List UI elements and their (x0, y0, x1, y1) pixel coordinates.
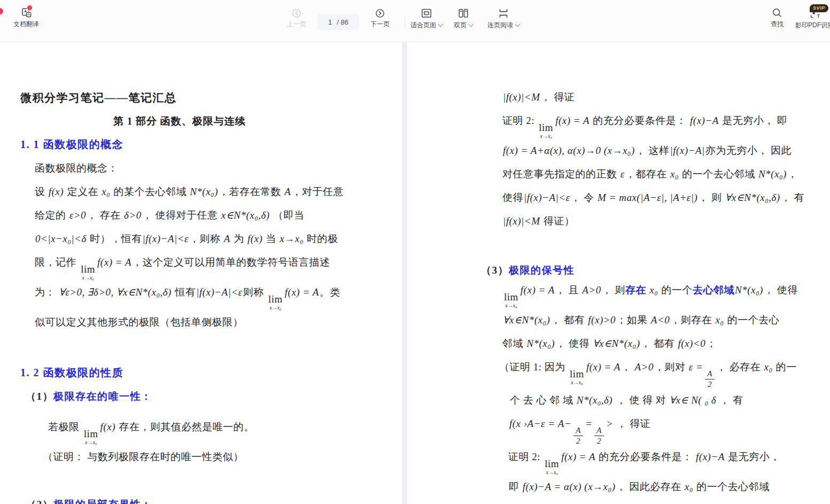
math-expression: f(x) = A (284, 286, 320, 298)
doc-text: ， 存在 (87, 210, 123, 221)
toolbar-divider (405, 16, 405, 29)
highlighted-term: 极限存在的唯一性： (53, 391, 152, 402)
doc-line: N*(x₀,δ)， 使得 f(x) = A+α(x) (x→x₀)， 由于 A>… (509, 499, 830, 504)
doc-text: 的一个去心 (725, 314, 780, 325)
left-page-content: 微积分学习笔记——笔记汇总第 1 部分 函数、极限与连续1. 1 函数极限的概念… (0, 42, 402, 504)
find-button[interactable]: 查找 (767, 7, 787, 28)
svg-text:T: T (817, 13, 820, 19)
right-page-content: |f(x)|<M， 得证证明 2: limx→x₀f(x) = A 的充分必要条… (407, 42, 830, 504)
math-expression: ∀ε>0, ∃δ>0, ∀x∈N*(x₀,δ) (58, 286, 172, 298)
doc-text: （1） (26, 391, 53, 402)
doc-text: 似可以定义其他形式的极限（包括单侧极限） (35, 316, 243, 328)
math-expression: x₀ (649, 284, 658, 296)
doc-text: 为 (231, 233, 247, 244)
svg-text:中: 中 (27, 13, 30, 17)
doc-line: limx→x₀f(x) = A， 且 A>0， 则存在 x₀ 的一个去心邻域N*… (502, 278, 830, 308)
edge-notification-dot (0, 8, 3, 14)
limit-notation: limx→x₀ (84, 429, 98, 445)
notification-dot (27, 5, 33, 11)
doc-text: ，则称 (189, 233, 223, 244)
highlighted-term: 极限的保号性 (509, 265, 575, 276)
doc-line: 证明 2: limx→x₀f(x) = A 的充分必要条件是： f(x)−A 是… (508, 445, 830, 475)
two-page-button[interactable]: 双页 (449, 7, 477, 29)
lim-word: lim (545, 459, 559, 469)
math-expression: f(x) = A+α(x), α(x)→0 (x→x₀) (502, 145, 635, 156)
chevron-down-icon (515, 22, 521, 27)
lim-subscript: x→x₀ (546, 470, 558, 475)
doc-text: 即 (509, 481, 522, 492)
math-expression: x₀ (684, 481, 694, 492)
math-expression: f(x) = A (555, 115, 590, 126)
fit-page-button[interactable]: 适合页面 (408, 7, 445, 29)
highlighted-term: 去心邻域 (693, 284, 734, 296)
ocr-label: 影印PDF识别 (795, 21, 830, 29)
doc-line: 0<|x−x₀|<δ 时），恒有|f(x)−A|<ε，则称 A 为 f(x) 当… (35, 227, 402, 251)
math-expression: ε = (688, 361, 704, 373)
doc-text: 时），恒有 (87, 233, 142, 244)
math-expression: |f(x)−A|<ε (196, 286, 243, 298)
math-expression: x₀ (715, 314, 724, 325)
fraction-numerator: A (594, 427, 604, 436)
doc-text: 的充分必要条件是： (590, 115, 689, 126)
fraction-numerator: A (705, 370, 715, 379)
highlighted-term: 极限的局部有界性： (53, 499, 152, 504)
math-expression: f(x)−A = α(x) (x→x₀) (522, 481, 616, 492)
doc-h2: （2）极限的局部有界性： (26, 497, 402, 504)
highlighted-term: 存在 (625, 284, 646, 296)
doc-line: 限，记作 limx→x₀f(x) = A，这个定义可以用简单的数学符号语言描述 (35, 251, 402, 281)
doc-text: 限，记作 (35, 257, 79, 268)
lim-word: lim (539, 122, 553, 133)
math-expression: A (223, 233, 231, 244)
lim-word: lim (81, 264, 95, 274)
doc-subtitle: 第 1 部分 函数、极限与连续 (113, 114, 402, 129)
doc-text: 。类 (320, 286, 340, 298)
limit-notation: limx→x₀ (570, 369, 584, 385)
two-page-icon (457, 7, 469, 19)
math-expression: ∀x∈N*(x₀) (502, 314, 550, 325)
continuous-read-button[interactable]: 连页阅读 (483, 7, 524, 29)
math-expression: x₀ (670, 168, 679, 180)
doc-text: ， (787, 168, 798, 180)
limit-notation: limx→x₀ (268, 294, 283, 311)
doc-text: ， 因此必存在 (616, 481, 684, 492)
doc-text: 的充分必要条件是： (596, 451, 695, 462)
doc-text: 的一个 (658, 284, 693, 296)
doc-translate-button[interactable]: 中 文档翻译 (12, 7, 41, 28)
doc-line: 邻域 N*(x₀)， 使得 ∀x∈N*(x₀)， 都有 f(x)<0； (502, 332, 830, 355)
doc-text: ， 令 (571, 192, 598, 203)
limit-notation: limx→x₀ (539, 122, 553, 139)
prev-page-label: 上一页 (287, 20, 306, 28)
doc-text: ， 都有 (640, 338, 677, 349)
math-expression: x→x₀ (279, 233, 304, 244)
doc-text: 当 (263, 233, 279, 244)
doc-h1wrap: 1. 2 函数极限的性质 (20, 365, 402, 381)
lim-subscript: x→x₀ (82, 275, 94, 281)
current-page-value: 1 (328, 18, 332, 26)
doc-text: ； (706, 338, 717, 349)
prev-page-button[interactable]: 上一页 (284, 9, 309, 28)
find-label: 查找 (771, 20, 784, 28)
next-page-button[interactable]: 下一页 (368, 9, 392, 28)
doc-text: 证明 2: (508, 451, 543, 462)
fit-page-icon (421, 7, 432, 19)
doc-text: ， 使得对于任意 (142, 210, 221, 221)
doc-text: 时的极 (304, 233, 338, 244)
math-expression: x₀ (101, 186, 111, 197)
doc-text: 邻域 (502, 338, 526, 349)
math-expression: f(x) = A (97, 257, 132, 268)
doc-text: 是无穷小， (725, 451, 780, 462)
page-number-input[interactable]: 1 / 86 (317, 14, 359, 30)
doc-line: 个 去 心 邻 域 N*(x₀,δ) ， 使 得 对 ∀x∈ N( ₀ δ ， … (510, 389, 830, 412)
doc-text: 存在，则其值必然是唯一的。 (116, 421, 254, 432)
doc-text: ， 有 (717, 394, 743, 406)
doc-text: 设 (35, 186, 48, 197)
pdf-reader-app: 中 文档翻译 上一页 1 / 86 下一页 (0, 0, 830, 504)
lim-subscript: x→x₀ (505, 303, 517, 308)
math-expression: = (585, 418, 593, 429)
doc-line: 为： ∀ε>0, ∃δ>0, ∀x∈N*(x₀,δ) 恒有|f(x)−A|<ε则… (35, 281, 402, 311)
page-gap (402, 42, 407, 504)
lim-word: lim (570, 369, 584, 379)
document-viewer[interactable]: 微积分学习笔记——笔记汇总第 1 部分 函数、极限与连续1. 1 函数极限的概念… (0, 42, 830, 504)
doc-line: f(x) = A+α(x), α(x)→0 (x→x₀)， 这样|f(x)−A|… (502, 139, 830, 162)
doc-text: （即当 (270, 210, 305, 221)
